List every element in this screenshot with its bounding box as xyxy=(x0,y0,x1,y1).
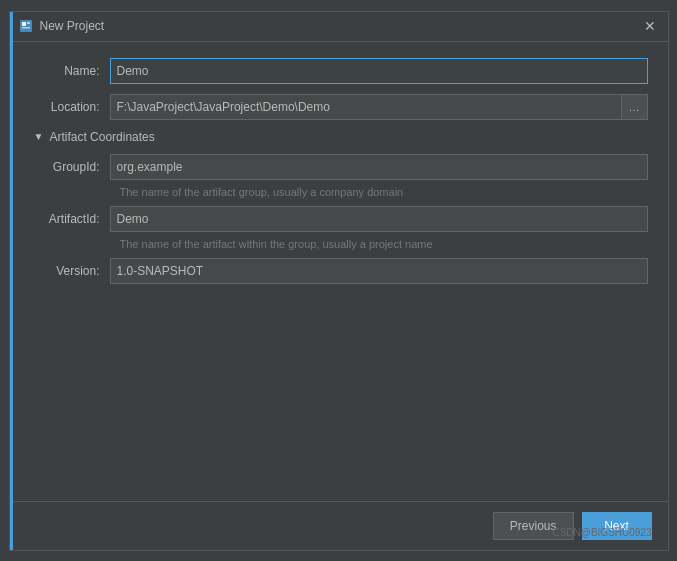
groupid-input[interactable] xyxy=(110,154,648,180)
groupid-hint: The name of the artifact group, usually … xyxy=(120,186,648,198)
groupid-row: GroupId: xyxy=(30,154,648,180)
artifactid-label: ArtifactId: xyxy=(30,212,110,226)
location-row: Location: … xyxy=(30,94,648,120)
artifact-section-content: GroupId: The name of the artifact group,… xyxy=(30,154,648,284)
svg-rect-3 xyxy=(22,27,30,29)
artifact-section-header: ▼ Artifact Coordinates xyxy=(30,130,648,144)
section-collapse-arrow[interactable]: ▼ xyxy=(34,131,44,142)
browse-button[interactable]: … xyxy=(622,94,648,120)
groupid-label: GroupId: xyxy=(30,160,110,174)
version-label: Version: xyxy=(30,264,110,278)
location-input-group: … xyxy=(110,94,648,120)
name-input[interactable] xyxy=(110,58,648,84)
project-icon xyxy=(18,18,34,34)
name-row: Name: xyxy=(30,58,648,84)
version-row: Version: xyxy=(30,258,648,284)
title-bar: New Project ✕ xyxy=(10,12,668,42)
name-label: Name: xyxy=(30,64,110,78)
previous-button[interactable]: Previous xyxy=(493,512,574,540)
section-title: Artifact Coordinates xyxy=(49,130,154,144)
left-accent xyxy=(10,12,13,550)
location-input[interactable] xyxy=(110,94,622,120)
svg-rect-2 xyxy=(27,22,30,24)
new-project-dialog: New Project ✕ Name: Location: … ▼ Artifa… xyxy=(9,11,669,551)
artifactid-input[interactable] xyxy=(110,206,648,232)
dialog-content: Name: Location: … ▼ Artifact Coordinates… xyxy=(10,42,668,501)
dialog-title: New Project xyxy=(40,19,634,33)
svg-rect-1 xyxy=(22,22,26,26)
next-button[interactable]: Next xyxy=(582,512,652,540)
location-label: Location: xyxy=(30,100,110,114)
artifactid-row: ArtifactId: xyxy=(30,206,648,232)
version-input[interactable] xyxy=(110,258,648,284)
close-button[interactable]: ✕ xyxy=(640,16,660,36)
artifactid-hint: The name of the artifact within the grou… xyxy=(120,238,648,250)
dialog-footer: Previous Next xyxy=(10,501,668,550)
